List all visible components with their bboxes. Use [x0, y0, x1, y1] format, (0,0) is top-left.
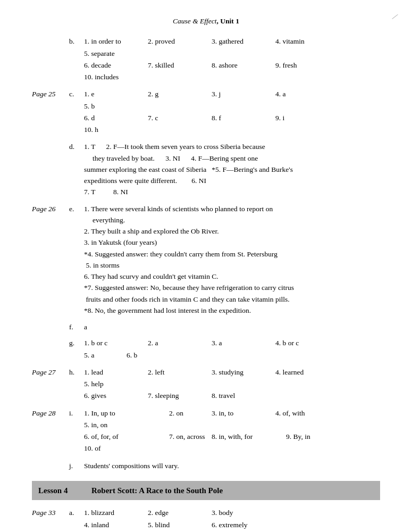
letter-j: j.: [69, 461, 84, 471]
answer-row: 1. e 2. g 3. j 4. a 5. b: [84, 89, 380, 112]
answer-item: 10. h: [84, 124, 148, 135]
empty-page-label: [32, 461, 69, 471]
answer-row: 6. decade 7. skilled 8. ashore 9. fresh …: [84, 60, 380, 83]
answer-row: 4. inland 5. blind 6. extremely: [84, 520, 380, 530]
answer-row: 1. b or c 2. a 3. a 4. b or c 5. a 6. b: [84, 338, 380, 361]
answer-line: 3. in Yakutsk (four years): [84, 237, 380, 248]
answer-line: expeditions were quite different. 6. NI: [84, 176, 380, 186]
section-d: d. 1. T 2. F—It took them seven years to…: [32, 142, 380, 198]
section-page27-h: Page 27 h. 1. lead 2. left 3. studying 4…: [32, 367, 380, 403]
answer-line: they traveled by boat. 3. NI 4. F—Bering…: [84, 153, 380, 164]
answer-item: 6. decade: [84, 60, 148, 71]
answer-item: 8. in, with, for: [212, 431, 286, 442]
answer-line: everything.: [84, 215, 380, 226]
answer-item: 3. a: [212, 338, 275, 348]
answer-item: 9. fresh: [275, 60, 339, 71]
page-label-26: Page 26: [32, 204, 69, 317]
answer-row: 1. In, up to 2. on 3. in, to 4. of, with…: [84, 408, 380, 431]
answer-row: 1. blizzard 2. edge 3. body: [84, 508, 380, 518]
answer-line: summer exploring the east coast of Siber…: [84, 164, 380, 175]
answer-item: 5. blind: [148, 520, 212, 530]
letter-f: f.: [69, 322, 84, 332]
answer-line: 1. There were several kinds of scientist…: [84, 204, 380, 214]
section-h-content: 1. lead 2. left 3. studying 4. learned 5…: [84, 367, 380, 403]
answer-item: 9. By, in: [286, 431, 350, 442]
letter-e: e.: [69, 204, 84, 317]
answer-item: 2. on: [169, 408, 212, 419]
answer-item: 10. of: [84, 443, 148, 454]
answer-line: 5. in storms: [84, 260, 380, 271]
section-b-content: 1. in order to 2. proved 3. gathered 4. …: [84, 36, 380, 84]
answer-line: 6. They had scurvy and couldn't get vita…: [84, 271, 380, 282]
answer-row: 1. in order to 2. proved 3. gathered 4. …: [84, 36, 380, 59]
answer-item: 6. gives: [84, 390, 148, 401]
answer-item: 5. b: [84, 101, 148, 112]
answer-item: 5. help: [84, 379, 148, 389]
header-title: Cause & Effect: [173, 17, 216, 25]
section-g-content: 1. b or c 2. a 3. a 4. b or c 5. a 6. b: [84, 338, 380, 362]
answer-item: 4. a: [275, 89, 339, 99]
answer-item: 4. inland: [84, 520, 148, 530]
answer-item: 8. travel: [212, 390, 275, 401]
answer-item: 3. j: [212, 89, 275, 99]
answer-item: 7. skilled: [148, 60, 212, 71]
answer-row: 6. d 7. c 8. f 9. i 10. h: [84, 113, 380, 136]
answer-item: 6. extremely: [212, 520, 275, 530]
answer-item: 3. in, to: [212, 408, 275, 419]
section-c-content: 1. e 2. g 3. j 4. a 5. b 6. d 7. c 8. f …: [84, 89, 380, 136]
answer-item: 9. i: [275, 113, 339, 123]
letter-b: b.: [69, 36, 84, 84]
letter-g: g.: [69, 338, 84, 362]
answer-item: 4. b or c: [275, 338, 339, 348]
answer-item: 2. edge: [148, 508, 212, 518]
answer-item: 2. proved: [148, 36, 212, 47]
answer-line: 7. T 8. NI: [84, 187, 380, 197]
answer-item: 1. in order to: [84, 36, 148, 47]
section-page25-c: Page 25 c. 1. e 2. g 3. j 4. a 5. b 6. d…: [32, 89, 380, 136]
answer-item: 8. f: [212, 113, 275, 123]
section-b-top: b. 1. in order to 2. proved 3. gathered …: [32, 36, 380, 84]
answer-item: 6. b: [127, 350, 169, 361]
answer-row: 1. lead 2. left 3. studying 4. learned 5…: [84, 367, 380, 390]
answer-item: 5. separate: [84, 48, 148, 59]
answer-line: 2. They built a ship and explored the Ob…: [84, 226, 380, 237]
letter-a-l4: a.: [69, 508, 84, 532]
letter-c: c.: [69, 89, 84, 136]
answer-item: 4. learned: [275, 367, 339, 378]
lesson-header: Lesson 4 Robert Scott: A Race to the Sou…: [32, 481, 380, 501]
section-page28-i: Page 28 i. 1. In, up to 2. on 3. in, to …: [32, 408, 380, 455]
answer-item: 3. gathered: [212, 36, 275, 47]
section-g: g. 1. b or c 2. a 3. a 4. b or c 5. a 6.…: [32, 338, 380, 362]
lesson-title: Robert Scott: A Race to the South Pole: [91, 485, 223, 497]
section-page26-e: Page 26 e. 1. There were several kinds o…: [32, 204, 380, 317]
answer-item: 1. b or c: [84, 338, 148, 348]
corner-decoration: /: [391, 10, 399, 24]
lesson-number: Lesson 4: [38, 485, 81, 497]
answer-item: 2. left: [148, 367, 212, 378]
letter-d: d.: [69, 142, 84, 198]
section-e-content: 1. There were several kinds of scientist…: [84, 204, 380, 317]
letter-h: h.: [69, 367, 84, 403]
empty-page-label: [32, 142, 69, 198]
answer-item: 7. sleeping: [148, 390, 212, 401]
empty-page-label: [32, 338, 69, 362]
empty-page-label: [32, 322, 69, 332]
section-i-content: 1. In, up to 2. on 3. in, to 4. of, with…: [84, 408, 380, 455]
answer-item: 5. a: [84, 350, 127, 361]
page-header: Cause & Effect, Unit 1: [32, 16, 380, 27]
answer-item: 1. e: [84, 89, 148, 99]
answer-item: 1. blizzard: [84, 508, 148, 518]
answer-line: 1. T 2. F—It took them seven years to cr…: [84, 142, 380, 152]
answer-item: 4. of, with: [275, 408, 339, 419]
section-j: j. Students' compositions will vary.: [32, 461, 380, 471]
answer-item: 2. a: [148, 338, 212, 348]
section-d-content: 1. T 2. F—It took them seven years to cr…: [84, 142, 380, 198]
answer-item: 2. g: [148, 89, 212, 99]
empty-page-label: [32, 36, 69, 84]
section-f-content: a: [84, 322, 380, 332]
answer-item: 4. vitamin: [275, 36, 339, 47]
answer-line: *4. Suggested answer: they couldn't carr…: [84, 249, 380, 260]
answer-line: *7. Suggested answer: No, because they h…: [84, 282, 380, 293]
answer-line: fruits and other foods rich in vitamin C…: [84, 294, 380, 305]
answer-item: 6. of, for, of: [84, 431, 169, 442]
